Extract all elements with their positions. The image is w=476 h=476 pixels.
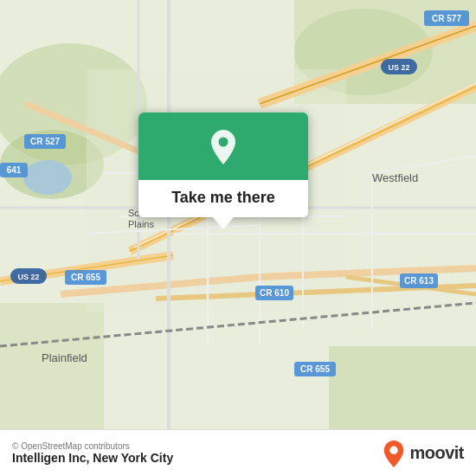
svg-text:Plainfield: Plainfield: [42, 351, 87, 364]
svg-text:CR 577: CR 577: [432, 14, 461, 23]
map-popup: Take me there: [138, 113, 308, 217]
svg-text:CR 613: CR 613: [404, 276, 434, 286]
svg-point-57: [390, 446, 398, 453]
popup-tail: [213, 217, 234, 229]
svg-text:CR 655: CR 655: [71, 273, 100, 282]
take-me-there-button[interactable]: Take me there: [138, 180, 308, 217]
svg-point-3: [23, 160, 72, 195]
svg-text:CR 655: CR 655: [300, 364, 330, 374]
copyright-text: © OpenStreetMap contributors: [12, 441, 173, 451]
svg-text:CR 527: CR 527: [30, 137, 60, 146]
svg-text:CR 610: CR 610: [260, 288, 289, 298]
svg-point-56: [219, 138, 228, 147]
bottom-bar-info: © OpenStreetMap contributors Intelligen …: [12, 441, 173, 465]
bottom-bar: © OpenStreetMap contributors Intelligen …: [0, 429, 476, 476]
svg-text:Westfield: Westfield: [372, 171, 418, 184]
svg-text:US 22: US 22: [17, 273, 39, 281]
moovit-logo: moovit: [382, 440, 464, 467]
moovit-text: moovit: [409, 443, 464, 463]
location-pin-icon: [207, 128, 240, 166]
svg-text:US 22: US 22: [388, 63, 409, 72]
svg-text:641: 641: [7, 165, 22, 175]
map-background: CR 577 US 22 CR 527 641 CR 655 CR 610 CR…: [0, 0, 476, 476]
popup-green-section: [138, 113, 308, 180]
svg-text:Plains: Plains: [128, 219, 154, 229]
moovit-pin-icon: [382, 440, 406, 467]
map-container: CR 577 US 22 CR 527 641 CR 655 CR 610 CR…: [0, 0, 476, 476]
location-title: Intelligen Inc, New York City: [12, 451, 173, 465]
